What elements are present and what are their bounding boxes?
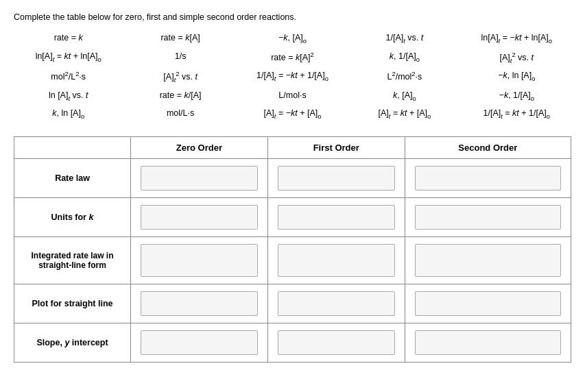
- term-wb19: k, [A]o: [350, 89, 459, 103]
- cell-integrated-second: [405, 236, 571, 284]
- input-plot-second[interactable]: [415, 291, 561, 316]
- cell-ratelaw-first: [267, 158, 405, 197]
- cell-ratelaw-second: [405, 158, 571, 197]
- term-wb9: k, 1/[A]o: [350, 50, 459, 66]
- input-plot-first[interactable]: [278, 291, 395, 316]
- input-units-zero[interactable]: [141, 205, 258, 230]
- term-wb8: rate = k[A]2: [238, 50, 347, 66]
- row-label-ratelaw: Rate law: [14, 158, 131, 197]
- term-wb3: −k, [A]o: [238, 32, 347, 46]
- term-wb22: mol/L·s: [126, 107, 235, 121]
- intro-text: Complete the table below for zero, first…: [14, 12, 571, 22]
- term-wb5: ln[A]t = −kt + ln[A]o: [462, 32, 571, 46]
- term-wb16: ln [A]t vs. t: [14, 89, 123, 103]
- col-header-second: Second Order: [405, 136, 571, 158]
- cell-plot-zero: [131, 284, 268, 323]
- term-wb17: rate = k/[A]: [126, 89, 235, 103]
- term-wb7: 1/s: [126, 50, 235, 66]
- term-wb11: mol2/L2·s: [14, 69, 123, 85]
- cell-units-second: [405, 197, 571, 236]
- input-integrated-second[interactable]: [415, 244, 561, 277]
- input-integrated-first[interactable]: [278, 244, 395, 277]
- term-wb15: −k, ln [A]o: [462, 69, 571, 85]
- input-ratelaw-zero[interactable]: [141, 166, 258, 191]
- term-wb10: [A]t2 vs. t: [462, 50, 571, 66]
- word-bank: rate = k rate = k[A] −k, [A]o 1/[A]t vs.…: [14, 32, 571, 121]
- input-ratelaw-second[interactable]: [415, 166, 561, 191]
- cell-ratelaw-zero: [131, 158, 268, 197]
- term-wb14: L2/mol2·s: [350, 69, 459, 85]
- table-row-units: Units for k: [14, 197, 571, 236]
- input-integrated-zero[interactable]: [141, 244, 258, 277]
- input-units-second[interactable]: [415, 205, 561, 230]
- reaction-table: Zero Order First Order Second Order Rate…: [14, 136, 571, 363]
- col-header-label: [14, 136, 131, 158]
- input-slope-first[interactable]: [278, 330, 395, 355]
- cell-plot-second: [405, 284, 571, 323]
- term-wb4: 1/[A]t vs. t: [350, 32, 459, 46]
- term-wb12: [A]t2 vs. t: [126, 69, 235, 85]
- input-slope-zero[interactable]: [141, 330, 258, 355]
- term-wb1: rate = k: [14, 32, 123, 46]
- term-wb21: k, ln [A]o: [14, 107, 123, 121]
- cell-slope-second: [405, 323, 571, 362]
- table-row-ratelaw: Rate law: [14, 158, 571, 197]
- table-row-slope: Slope, y intercept: [14, 323, 571, 362]
- term-wb2: rate = k[A]: [126, 32, 235, 46]
- cell-slope-zero: [131, 323, 268, 362]
- term-wb13: 1/[A]t = −kt + 1/[A]o: [238, 69, 347, 85]
- row-label-plot: Plot for straight line: [14, 284, 131, 323]
- input-ratelaw-first[interactable]: [278, 166, 395, 191]
- table-row-plot: Plot for straight line: [14, 284, 571, 323]
- cell-units-first: [267, 197, 405, 236]
- input-units-first[interactable]: [278, 205, 395, 230]
- term-wb23: [A]t = −kt + [A]o: [238, 107, 347, 121]
- cell-integrated-zero: [131, 236, 268, 284]
- cell-units-zero: [131, 197, 268, 236]
- input-plot-zero[interactable]: [141, 291, 258, 316]
- row-label-slope: Slope, y intercept: [14, 323, 131, 362]
- cell-plot-first: [267, 284, 405, 323]
- col-header-first: First Order: [267, 136, 405, 158]
- term-wb18: L/mol·s: [238, 89, 347, 103]
- term-wb20: −k, 1/[A]o: [462, 89, 571, 103]
- input-slope-second[interactable]: [415, 330, 561, 355]
- term-wb24: [A]t = kt + [A]o: [350, 107, 459, 121]
- cell-integrated-first: [267, 236, 405, 284]
- row-label-units: Units for k: [14, 197, 131, 236]
- col-header-zero: Zero Order: [131, 136, 268, 158]
- cell-slope-first: [267, 323, 405, 362]
- table-row-integrated: Integrated rate law instraight-line form: [14, 236, 571, 284]
- term-wb25: 1/[A]t = kt + 1/[A]o: [462, 107, 571, 121]
- term-wb6: ln[A]t = kt + ln[A]o: [14, 50, 123, 66]
- row-label-integrated: Integrated rate law instraight-line form: [14, 236, 131, 284]
